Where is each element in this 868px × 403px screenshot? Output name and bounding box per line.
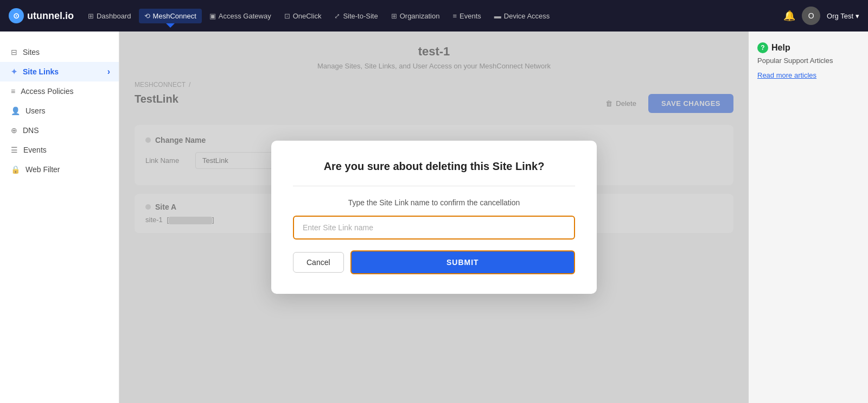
nav-site-to-site[interactable]: ⤢ Site-to-Site (329, 9, 383, 23)
web-filter-icon: 🔒 (11, 165, 20, 174)
modal-title: Are you sure about deleting this Site Li… (293, 160, 575, 173)
nav-meshconnect-label: MeshConnect (153, 12, 196, 20)
help-title: ? Help (757, 42, 859, 53)
help-panel: ? Help Popular Support Articles Read mor… (749, 32, 868, 403)
help-title-text: Help (771, 43, 790, 53)
topnav: ⊙ utunnel.io ⊞ Dashboard ⟲ MeshConnect ▣… (0, 0, 868, 32)
sidebar-item-web-filter[interactable]: 🔒 Web Filter (0, 160, 119, 179)
modal-instruction: Type the Site Link name to confirm the c… (293, 198, 575, 207)
sidebar-item-web-filter-label: Web Filter (25, 165, 60, 174)
nav-events[interactable]: ≡ Events (447, 9, 486, 23)
sidebar-item-access-policies[interactable]: ≡ Access Policies (0, 81, 119, 101)
nav-dashboard-label: Dashboard (97, 12, 131, 20)
nav-oneclick[interactable]: ⊡ OneClick (279, 9, 327, 23)
sidebar-item-sites[interactable]: ⊟ Sites (0, 42, 119, 62)
modal-submit-button[interactable]: SUBMIT (350, 250, 575, 274)
sidebar-item-events[interactable]: ☰ Events (0, 140, 119, 160)
read-more-articles-link[interactable]: Read more articles (757, 71, 816, 79)
main-layout: ⊟ Sites ✦ Site Links ≡ Access Policies 👤… (0, 32, 868, 403)
avatar[interactable]: O (802, 7, 820, 25)
sites-icon: ⊟ (11, 48, 17, 56)
modal-divider (293, 186, 575, 186)
site-links-icon: ✦ (11, 67, 17, 76)
nav-access-gateway[interactable]: ▣ Access Gateway (204, 9, 277, 23)
access-gateway-icon: ▣ (209, 12, 216, 20)
help-icon: ? (757, 42, 768, 53)
nav-meshconnect[interactable]: ⟲ MeshConnect (139, 9, 202, 23)
meshconnect-icon: ⟲ (144, 12, 150, 20)
sidebar-item-users[interactable]: 👤 Users (0, 101, 119, 121)
help-subtitle: Popular Support Articles (757, 56, 859, 65)
dns-icon: ⊕ (11, 126, 17, 135)
sidebar-item-site-links[interactable]: ✦ Site Links (0, 62, 119, 81)
sidebar-item-dns-label: DNS (23, 126, 39, 135)
user-menu[interactable]: Org Test ▾ (827, 12, 859, 20)
events-sidebar-icon: ☰ (11, 146, 18, 154)
access-policies-icon: ≡ (11, 87, 15, 96)
nav-dashboard[interactable]: ⊞ Dashboard (82, 9, 137, 23)
oneclick-icon: ⊡ (284, 12, 290, 20)
nav-device-access[interactable]: ▬ Device Access (489, 9, 556, 23)
sidebar-item-access-policies-label: Access Policies (21, 87, 73, 96)
organization-icon: ⊞ (391, 12, 397, 20)
app-logo[interactable]: ⊙ utunnel.io (9, 8, 74, 23)
sidebar-item-site-links-label: Site Links (23, 67, 59, 76)
nav-active-indicator (166, 23, 175, 28)
nav-device-access-label: Device Access (504, 12, 550, 20)
nav-access-gateway-label: Access Gateway (219, 12, 271, 20)
users-icon: 👤 (11, 106, 20, 115)
events-icon: ≡ (452, 12, 457, 20)
notification-bell-icon[interactable]: 🔔 (783, 10, 795, 22)
main-content: test-1 Manage Sites, Site Links, and Use… (119, 32, 749, 403)
modal-overlay[interactable]: Are you sure about deleting this Site Li… (119, 32, 749, 403)
user-name: Org Test (827, 12, 853, 20)
sidebar: ⊟ Sites ✦ Site Links ≡ Access Policies 👤… (0, 32, 119, 403)
dashboard-icon: ⊞ (88, 12, 94, 20)
site-to-site-icon: ⤢ (334, 12, 340, 20)
sidebar-item-users-label: Users (25, 106, 46, 115)
nav-events-label: Events (459, 12, 481, 20)
nav-organization[interactable]: ⊞ Organization (386, 9, 445, 23)
site-link-name-confirm-input[interactable] (293, 216, 575, 240)
sidebar-item-events-label: Events (23, 146, 47, 154)
logo-icon: ⊙ (9, 8, 24, 23)
sidebar-item-sites-label: Sites (23, 48, 40, 56)
delete-confirmation-modal: Are you sure about deleting this Site Li… (271, 141, 597, 294)
modal-cancel-button[interactable]: Cancel (293, 252, 344, 273)
logo-text: utunnel.io (27, 10, 74, 22)
modal-actions: Cancel SUBMIT (293, 250, 575, 274)
nav-oneclick-label: OneClick (293, 12, 322, 20)
nav-site-to-site-label: Site-to-Site (343, 12, 378, 20)
topnav-right: 🔔 O Org Test ▾ (783, 7, 859, 25)
chevron-down-icon: ▾ (856, 12, 859, 20)
nav-organization-label: Organization (400, 12, 440, 20)
sidebar-item-dns[interactable]: ⊕ DNS (0, 121, 119, 140)
device-access-icon: ▬ (494, 12, 501, 20)
